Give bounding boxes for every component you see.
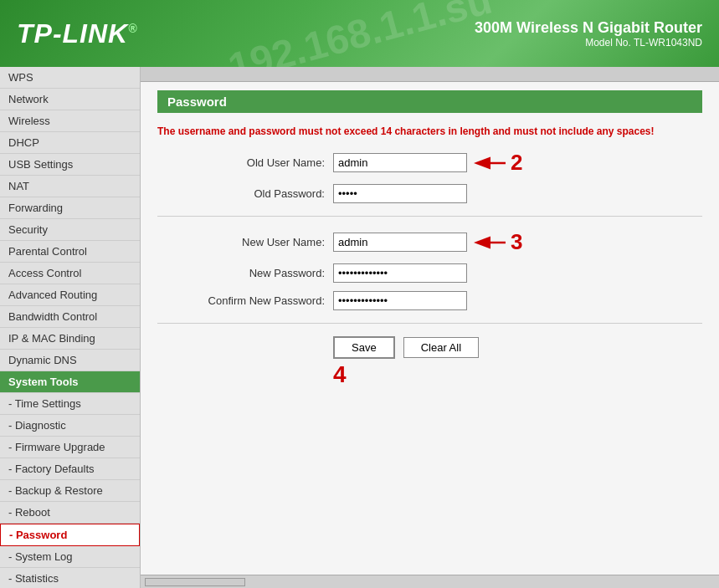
new-username-input[interactable] [333,233,467,252]
sidebar-item-nat[interactable]: NAT [0,176,140,197]
sidebar-item-reboot[interactable]: - Reboot [0,502,140,524]
warning-text: The username and password must not excee… [157,125,702,137]
annotation-4: 4 [333,361,347,388]
confirm-password-label: Confirm New Password: [157,294,325,307]
sidebar-item-parental-control[interactable]: Parental Control [0,241,140,263]
sidebar: WPSNetworkWirelessDHCPUSB SettingsNATFor… [0,67,141,588]
old-username-label: Old User Name: [157,156,325,169]
sidebar-item-dhcp[interactable]: DHCP [0,132,140,154]
new-password-label: New Password: [157,267,325,279]
model-name: 300M Wireless N Gigabit Router [475,19,702,37]
sidebar-item-factory-defaults[interactable]: - Factory Defaults [0,458,140,480]
page-title-bar: Password [157,90,702,113]
old-username-input[interactable] [333,153,467,172]
sidebar-item-statistics[interactable]: - Statistics [0,568,140,588]
sidebar-item-system-tools[interactable]: System Tools [0,371,140,393]
page-content: Password The username and password must … [141,82,719,367]
save-button[interactable]: Save [333,336,395,359]
old-credentials-section: Old User Name: 2 [157,150,702,203]
sidebar-item-advanced-routing[interactable]: Advanced Routing [0,284,140,306]
divider-2 [157,323,702,324]
model-number: Model No. TL-WR1043ND [475,37,702,49]
sidebar-item-dynamic-dns[interactable]: Dynamic DNS [0,350,140,371]
main-layout: WPSNetworkWirelessDHCPUSB SettingsNATFor… [0,67,719,588]
watermark: 192.168.1.1.su [223,0,496,67]
sidebar-scroll[interactable]: WPSNetworkWirelessDHCPUSB SettingsNATFor… [0,67,140,588]
arrow-2-icon [474,155,507,171]
new-credentials-section: New User Name: 3 [157,229,702,310]
sidebar-item-system-log[interactable]: - System Log [0,546,140,568]
header-model: 300M Wireless N Gigabit Router Model No.… [475,19,702,49]
page-title: Password [167,95,227,109]
sidebar-item-wireless[interactable]: Wireless [0,110,140,132]
confirm-password-row: Confirm New Password: [157,291,702,310]
sidebar-item-backup-restore[interactable]: - Backup & Restore [0,480,140,502]
arrow-3-icon [474,234,507,251]
old-username-row: Old User Name: 2 [157,150,702,176]
sidebar-item-ip-mac-binding[interactable]: IP & MAC Binding [0,328,140,350]
clear-button[interactable]: Clear All [403,337,479,358]
old-password-input[interactable] [333,184,467,203]
sidebar-item-time-settings[interactable]: - Time Settings [0,393,140,415]
old-password-label: Old Password: [157,187,325,200]
sidebar-item-forwarding[interactable]: Forwarding [0,197,140,219]
sidebar-item-firmware-upgrade[interactable]: - Firmware Upgrade [0,437,140,458]
sidebar-item-access-control[interactable]: Access Control [0,263,140,284]
annotation-2: 2 [511,150,522,176]
logo: TP-LINK® [17,18,138,49]
confirm-password-input[interactable] [333,291,467,310]
new-username-label: New User Name: [157,236,325,248]
sidebar-item-password[interactable]: - Password [0,524,140,546]
top-bar [141,67,719,82]
new-username-row: New User Name: 3 [157,229,702,255]
horizontal-scrollbar-thumb[interactable] [145,578,245,586]
content-area: Password The username and password must … [141,82,719,575]
new-password-row: New Password: [157,263,702,283]
annotation-3: 3 [511,229,522,255]
sidebar-item-usb-settings[interactable]: USB Settings [0,154,140,176]
old-password-row: Old Password: [157,184,702,203]
divider-1 [157,216,702,217]
header: TP-LINK® 192.168.1.1.su 300M Wireless N … [0,0,719,67]
sidebar-item-diagnostic[interactable]: - Diagnostic [0,415,140,437]
sidebar-item-security[interactable]: Security [0,219,140,241]
new-password-input[interactable] [333,263,467,283]
bottom-scrollbar[interactable] [141,575,719,588]
sidebar-item-wps[interactable]: WPS [0,67,140,89]
sidebar-item-bandwidth-control[interactable]: Bandwidth Control [0,306,140,328]
button-row: Save Clear All [333,336,702,359]
sidebar-item-network[interactable]: Network [0,89,140,110]
